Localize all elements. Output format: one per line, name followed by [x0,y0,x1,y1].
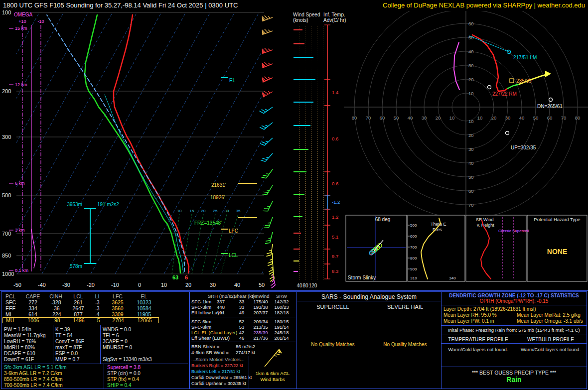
svg-text:-40: -40 [38,282,46,288]
svg-text:800: 800 [410,256,417,260]
svg-text:60: 60 [547,115,553,121]
divider-line [0,290,588,291]
svg-text:0.6: 0.6 [332,136,338,141]
wind-barb-icon [268,274,276,288]
svg-text:NONE: NONE [547,248,567,256]
cell: 1496 [68,318,90,323]
cell: 193/38 [250,304,272,310]
svg-text:40: 40 [519,115,525,121]
svg-text:700: 700 [410,245,417,250]
cell: 33 [234,299,250,304]
cell: 52 [234,319,250,324]
divider-line [2,324,188,324]
stat-value: MBURST = 0 [103,345,152,351]
cell: 33 [234,304,250,310]
thermo-stats-col3: WNDG = 0.0TEI = 63CAPE = 0MBURST = 0 Sig… [103,327,152,363]
cell: Shear (kt) [234,293,250,299]
svg-text:30: 30 [505,115,511,121]
kinematics-table-upper: SRH (m2/s2)Shear (kt)MnWindSRWSFC-1km337… [190,293,296,315]
svg-text:15: 15 [190,209,194,213]
divider-line [515,305,515,325]
cell: 53 [234,324,250,330]
svg-text:(knots): (knots) [293,17,308,23]
svg-text:80: 80 [302,283,308,288]
svg-text:10: 10 [468,119,474,124]
svg-text:80: 80 [352,115,357,121]
cell: -3 [89,299,105,305]
cell: 191 [208,310,234,315]
lapse-rate: 850-500mb LR = 7.4 C/km [4,377,67,383]
svg-text:5.1: 5.1 [332,234,338,240]
wind-barb-icon [262,183,273,196]
svg-text:3 km: 3 km [15,228,25,233]
stat-value: MidRH = 80% [4,345,45,351]
cell: 235/39 [250,330,272,335]
svg-text:700: 700 [2,231,11,237]
stat-value: ESP = 0.0 [55,351,84,357]
svg-text:235/39: 235/39 [516,78,532,84]
kin-row: SFC-8km53213/35191/14 [190,324,296,330]
svg-text:30: 30 [225,209,229,213]
cell: 46 [234,335,250,341]
svg-text:20: 20 [436,115,441,121]
svg-text:LFC: LFC [229,228,238,234]
svg-text:25: 25 [213,209,218,213]
dgz-title: DENDRITIC GROWTH ZONE (-12 TO -17 C) STA… [441,293,587,298]
kinematics-table-lower: SFC-6km52209/34180/15SFC-8km53213/35191/… [190,319,296,341]
svg-text:10: 10 [449,115,455,121]
cell: Eff Shear (EBWD) [191,335,230,341]
cell: 334 [21,305,44,311]
divider-line [441,343,587,344]
svg-text:Adv(C/ hr): Adv(C/ hr) [323,17,346,23]
svg-text:10: 10 [177,209,182,213]
divider-line [100,325,101,364]
divider-line [2,364,188,364]
wind-barb-icon [261,60,273,68]
cell: 11905 [130,311,158,317]
parcel-row-SFC: SFC272-328261-3362510323 [2,299,159,305]
temperature-profile-header: TEMPERATURE PROFILE [441,337,515,342]
stat-value: DownT = 61F [4,357,45,363]
wetbulb-profile-message: Warm/Cold layers not found. [515,347,587,352]
svg-text:300: 300 [2,134,11,140]
stat-value: LowRH = 76% [4,339,45,345]
sars-panel: SARS - Sounding Analogue System SUPERCEL… [296,291,441,389]
cell: 2704 [106,318,131,323]
svg-text:Inf. Temp.: Inf. Temp. [323,12,345,17]
svg-text:20: 20 [491,115,497,121]
svg-text:20: 20 [468,77,474,82]
sars-supercell-header: SUPERCELL [297,304,369,310]
wind-barb-icon [261,88,273,97]
svg-text:70: 70 [561,115,567,121]
svg-text:900: 900 [410,267,417,271]
svg-text:70: 70 [468,202,474,208]
svg-text:35: 35 [236,209,241,213]
col-header: EL [130,293,158,299]
cell: 614 [21,311,44,317]
sr-wind-panel-border [466,215,526,281]
svg-text:FRZ=13548': FRZ=13548' [194,220,222,226]
svg-text:Storm Slinky: Storm Slinky [348,275,376,280]
storm-motion-vector: Bunkers Left = 217/51 kt [190,369,250,375]
mean-layer-pw: Mean Layer PW: 0.1 in [443,318,494,324]
svg-text:340: 340 [449,276,456,280]
svg-text:200: 200 [2,88,11,94]
divider-line [441,335,587,335]
cell: 10584 [130,305,158,311]
cell: SRH (m2/s2) [208,293,234,299]
divider-line [441,367,587,367]
wind-barb-icon [265,349,283,370]
hodograph: 1020304050601020304050607010203040506070… [344,0,588,219]
svg-text:60: 60 [468,188,474,194]
stat-value: MMP = 0.7 [55,357,84,363]
barb-note-line2: Wind Barbs [249,377,296,382]
svg-text:10: 10 [468,91,474,96]
svg-text:1.4: 1.4 [332,90,338,95]
oprh-value: OPRH (Omega*PW*RH): -0.15 [441,298,587,304]
sars-supercell-message: No Quality Matches [297,342,369,347]
composite-indices: Supercell = 3.8STP (cin) = 0.0STP (fix) … [107,365,141,389]
sounding-traces [47,15,189,273]
barb-note-line1: 1km & 6km AGL [249,371,296,376]
composite-index: STP (fix) = 0.4 [107,377,141,383]
svg-text:EL: EL [229,78,236,83]
